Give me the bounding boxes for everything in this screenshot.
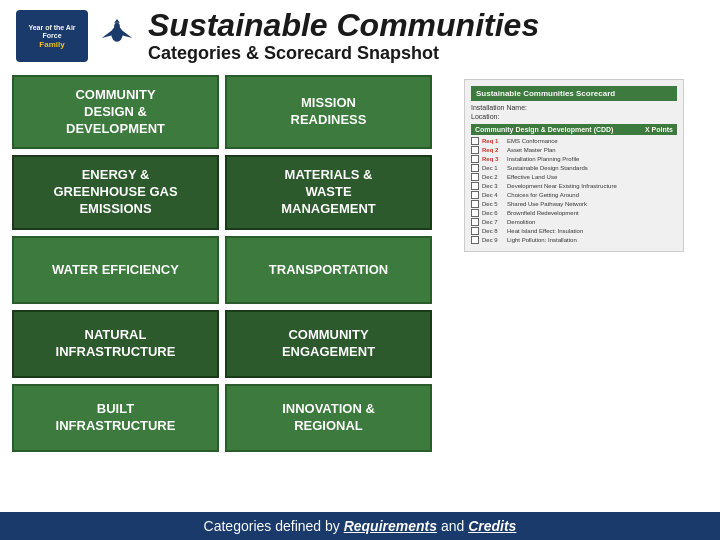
scorecard-prefix-10: Dec 8: [482, 228, 504, 234]
page: Year of the Air Force Family Sustainable…: [0, 0, 720, 540]
main-title: Sustainable Communities: [148, 8, 539, 43]
scorecard-prefix-7: Dec 5: [482, 201, 504, 207]
scorecard-prefix-11: Dec 9: [482, 237, 504, 243]
air-force-bird-icon: [98, 17, 136, 55]
scorecard-prefix-5: Dec 3: [482, 183, 504, 189]
category-mission-readiness: MISSION READINESS: [225, 75, 432, 150]
header: Year of the Air Force Family Sustainable…: [0, 0, 720, 69]
scorecard-area: Sustainable Communities Scorecard Instal…: [440, 75, 708, 508]
category-row-5: BUILT INFRASTRUCTURE INNOVATION & REGION…: [12, 384, 432, 452]
scorecard-row-5: Dec 3Development Near Existing Infrastru…: [471, 182, 677, 190]
logo-year-text: Year of the Air Force: [19, 24, 85, 41]
category-innovation: INNOVATION & REGIONAL: [225, 384, 432, 452]
scorecard-row-11: Dec 9Light Pollution: Installation: [471, 236, 677, 244]
logo-area: Year of the Air Force Family: [16, 10, 136, 62]
scorecard-title: Sustainable Communities Scorecard: [476, 89, 615, 98]
scorecard-row-4: Dec 2Effective Land Use: [471, 173, 677, 181]
footer: Categories defined by Requirements and C…: [0, 512, 720, 540]
scorecard-item-text-5: Development Near Existing Infrastructure: [507, 183, 677, 189]
scorecard-row-1: Req 2Asset Master Plan: [471, 146, 677, 154]
scorecard-location-field: Location:: [471, 113, 677, 120]
scorecard-checkbox-1: [471, 146, 479, 154]
scorecard-section-points: X Points: [645, 126, 673, 133]
scorecard-checkbox-4: [471, 173, 479, 181]
svg-point-3: [114, 23, 120, 31]
scorecard-prefix-9: Dec 7: [482, 219, 504, 225]
scorecard-row-6: Dec 4Choices for Getting Around: [471, 191, 677, 199]
category-row-1: COMMUNITY DESIGN & DEVELOPMENT MISSION R…: [12, 75, 432, 150]
scorecard-row-9: Dec 7Demolition: [471, 218, 677, 226]
scorecard-checkbox-10: [471, 227, 479, 235]
scorecard-item-text-7: Shared Use Pathway Network: [507, 201, 677, 207]
scorecard-row-0: Req 1EMS Conformance: [471, 137, 677, 145]
scorecard-checkbox-3: [471, 164, 479, 172]
scorecard-prefix-8: Dec 6: [482, 210, 504, 216]
scorecard-checkbox-6: [471, 191, 479, 199]
categories-grid: COMMUNITY DESIGN & DEVELOPMENT MISSION R…: [12, 75, 432, 508]
scorecard-section-header: Community Design & Development (CDD) X P…: [471, 124, 677, 135]
scorecard-title-bar: Sustainable Communities Scorecard: [471, 86, 677, 101]
scorecard-prefix-3: Dec 1: [482, 165, 504, 171]
category-water: WATER EFFICIENCY: [12, 236, 219, 304]
category-community-engagement: COMMUNITY ENGAGEMENT: [225, 310, 432, 378]
category-materials: MATERIALS & WASTE MANAGEMENT: [225, 155, 432, 230]
scorecard-item-text-8: Brownfield Redevelopment: [507, 210, 677, 216]
scorecard-prefix-0: Req 1: [482, 138, 504, 144]
scorecard-row-7: Dec 5Shared Use Pathway Network: [471, 200, 677, 208]
footer-requirements: Requirements: [344, 518, 437, 534]
scorecard-item-text-0: EMS Conformance: [507, 138, 677, 144]
scorecard-row-10: Dec 8Heat Island Effect: Insulation: [471, 227, 677, 235]
scorecard-mockup: Sustainable Communities Scorecard Instal…: [464, 79, 684, 252]
category-transportation: TRANSPORTATION: [225, 236, 432, 304]
content-area: COMMUNITY DESIGN & DEVELOPMENT MISSION R…: [0, 69, 720, 512]
scorecard-item-text-3: Sustainable Design Standards: [507, 165, 677, 171]
scorecard-section-title: Community Design & Development (CDD): [475, 126, 613, 133]
category-natural-infrastructure: NATURAL INFRASTRUCTURE: [12, 310, 219, 378]
scorecard-row-3: Dec 1Sustainable Design Standards: [471, 164, 677, 172]
footer-credits: Credits: [468, 518, 516, 534]
category-row-4: NATURAL INFRASTRUCTURE COMMUNITY ENGAGEM…: [12, 310, 432, 378]
scorecard-rows: Req 1EMS ConformanceReq 2Asset Master Pl…: [471, 137, 677, 244]
category-row-3: WATER EFFICIENCY TRANSPORTATION: [12, 236, 432, 304]
scorecard-prefix-6: Dec 4: [482, 192, 504, 198]
scorecard-prefix-2: Req 3: [482, 156, 504, 162]
scorecard-checkbox-5: [471, 182, 479, 190]
svg-marker-4: [114, 19, 120, 23]
scorecard-checkbox-11: [471, 236, 479, 244]
category-row-2: ENERGY & GREENHOUSE GAS EMISSIONS MATERI…: [12, 155, 432, 230]
logo-badge: Year of the Air Force Family: [16, 10, 88, 62]
footer-text-middle: and: [437, 518, 468, 534]
scorecard-checkbox-8: [471, 209, 479, 217]
scorecard-item-text-1: Asset Master Plan: [507, 147, 677, 153]
category-built-infrastructure: BUILT INFRASTRUCTURE: [12, 384, 219, 452]
scorecard-prefix-4: Dec 2: [482, 174, 504, 180]
scorecard-item-text-9: Demolition: [507, 219, 677, 225]
logo-family-text: Family: [39, 40, 64, 49]
sub-title: Categories & Scorecard Snapshot: [148, 43, 539, 65]
scorecard-row-8: Dec 6Brownfield Redevelopment: [471, 209, 677, 217]
scorecard-item-text-2: Installation Planning Profile: [507, 156, 677, 162]
scorecard-item-text-11: Light Pollution: Installation: [507, 237, 677, 243]
scorecard-item-text-6: Choices for Getting Around: [507, 192, 677, 198]
scorecard-item-text-4: Effective Land Use: [507, 174, 677, 180]
scorecard-installation-field: Installation Name:: [471, 104, 677, 111]
category-community-design: COMMUNITY DESIGN & DEVELOPMENT: [12, 75, 219, 150]
header-titles: Sustainable Communities Categories & Sco…: [148, 8, 539, 65]
category-energy: ENERGY & GREENHOUSE GAS EMISSIONS: [12, 155, 219, 230]
scorecard-prefix-1: Req 2: [482, 147, 504, 153]
scorecard-checkbox-2: [471, 155, 479, 163]
scorecard-item-text-10: Heat Island Effect: Insulation: [507, 228, 677, 234]
footer-text-before: Categories defined by: [204, 518, 344, 534]
scorecard-checkbox-9: [471, 218, 479, 226]
scorecard-checkbox-7: [471, 200, 479, 208]
scorecard-checkbox-0: [471, 137, 479, 145]
scorecard-row-2: Req 3Installation Planning Profile: [471, 155, 677, 163]
